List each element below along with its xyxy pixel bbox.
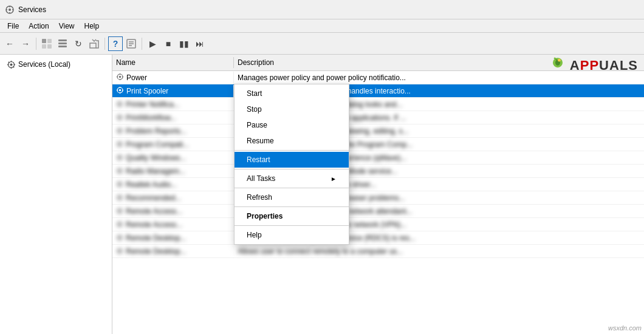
context-sep1: [235, 150, 349, 151]
service-name-text: Remote Access...: [126, 207, 182, 216]
context-refresh[interactable]: Refresh: [235, 189, 349, 205]
service-gear-icon: ⚙: [116, 113, 123, 122]
table-row[interactable]: ⚙ PrintWorkflow... Provides support to P…: [112, 111, 644, 124]
toolbar-play[interactable]: ▶: [145, 36, 160, 51]
context-menu: Start Stop Pause Resume Restart All Task…: [234, 84, 349, 245]
service-gear-icon: ⚙: [116, 220, 123, 229]
service-name: ⚙ Remote Desktop...: [112, 232, 234, 244]
table-row[interactable]: ⚙ Remote Desktop... Allows user to conne…: [112, 245, 644, 258]
service-gear-icon: ⚙: [116, 180, 123, 189]
watermark: wsxdn.com: [608, 324, 642, 332]
table-row[interactable]: ⚙ Realtek Audio... For cooperation with …: [112, 178, 644, 191]
table-row[interactable]: ⚙ Program Compati... This service provid…: [112, 138, 644, 151]
table-body: Power Manages power policy and power pol…: [112, 71, 644, 258]
main-content: Services (Local) APPUALS Name Descriptio…: [0, 55, 644, 334]
toolbar-forward[interactable]: →: [18, 36, 33, 51]
context-properties-label: Properties: [247, 212, 283, 220]
menu-view[interactable]: View: [54, 21, 80, 32]
toolbar-back[interactable]: ←: [2, 36, 17, 51]
col-header-name[interactable]: Name: [112, 57, 234, 68]
service-gear-icon: ⚙: [116, 126, 123, 135]
table-row[interactable]: ⚙ Remote Access... Manages dial-up and v…: [112, 218, 644, 231]
context-resume[interactable]: Resume: [235, 133, 349, 149]
service-name: Power: [112, 72, 234, 84]
service-name-text: Program Compati...: [126, 140, 189, 149]
service-name-text: Print Spooler: [126, 87, 168, 95]
service-gear-icon: ⚙: [116, 206, 123, 216]
svg-point-19: [10, 63, 12, 66]
service-name: ⚙ Quality Windows...: [112, 152, 234, 163]
svg-rect-10: [58, 39, 67, 41]
toolbar-properties[interactable]: [124, 36, 139, 51]
col-header-description: Description: [234, 57, 644, 68]
service-name: Print Spooler: [112, 85, 234, 97]
context-all-tasks[interactable]: All Tasks ►: [235, 171, 349, 186]
table-row[interactable]: ⚙ Remote Desktop... Remote Desktop Confi…: [112, 231, 644, 245]
service-name-text: Radio Managem...: [126, 167, 185, 176]
menu-help[interactable]: Help: [80, 21, 104, 32]
service-gear-icon: ⚙: [116, 140, 123, 149]
context-all-tasks-label: All Tasks: [247, 174, 275, 183]
context-stop[interactable]: Stop: [235, 101, 349, 117]
service-name-text: PrintWorkflow...: [126, 114, 176, 122]
service-gear-icon: ⚙: [116, 247, 123, 256]
svg-rect-7: [47, 39, 52, 43]
toolbar-sep2: [104, 38, 105, 50]
context-pause[interactable]: Pause: [235, 117, 349, 133]
context-sep2: [235, 169, 349, 169]
svg-rect-8: [42, 44, 46, 49]
right-panel: APPUALS Name Description: [112, 55, 644, 334]
service-gear-icon: ⚙: [116, 193, 123, 202]
svg-point-38: [119, 89, 122, 91]
service-name-text: Power: [126, 73, 147, 82]
context-sep4: [235, 206, 349, 207]
context-help-label: Help: [247, 231, 262, 239]
context-sep5: [235, 225, 349, 226]
context-start[interactable]: Start: [235, 86, 349, 101]
context-stop-label: Stop: [247, 105, 262, 114]
context-start-label: Start: [247, 89, 262, 98]
toolbar-pause[interactable]: ▮▮: [177, 36, 191, 51]
toolbar-show-hide[interactable]: [39, 36, 54, 51]
context-refresh-label: Refresh: [247, 193, 272, 202]
table-row[interactable]: ⚙ Quality Windows... Quality Windows Aud…: [112, 151, 644, 165]
context-restart-label: Restart: [247, 155, 270, 164]
svg-rect-11: [58, 43, 67, 44]
toolbar-stop[interactable]: ■: [161, 36, 176, 51]
services-table: Name Description: [112, 55, 644, 258]
table-row[interactable]: ⚙ Recommended... Enables automatic mitig…: [112, 191, 644, 205]
context-restart[interactable]: Restart: [235, 152, 349, 168]
svg-rect-9: [47, 44, 52, 49]
service-name-text: Printer Notifica...: [126, 100, 180, 109]
left-panel: Services (Local): [0, 55, 112, 334]
services-local-label: Services (Local): [18, 60, 70, 69]
menu-file[interactable]: File: [2, 21, 24, 32]
toolbar-refresh[interactable]: ↻: [71, 36, 86, 51]
svg-rect-13: [90, 43, 96, 48]
table-row[interactable]: ⚙ Printer Notifica... This service spool…: [112, 98, 644, 111]
service-name: ⚙ Remote Desktop...: [112, 245, 234, 257]
menu-action[interactable]: Action: [24, 21, 53, 32]
context-pause-label: Pause: [247, 121, 267, 129]
context-sep3: [235, 188, 349, 188]
service-name-text: Remote Desktop...: [126, 247, 186, 256]
table-row[interactable]: Power Manages power policy and power pol…: [112, 71, 644, 84]
table-row[interactable]: ⚙ Problem Reports... This service provid…: [112, 124, 644, 138]
table-row[interactable]: ⚙ Remote Access... Enables a connection …: [112, 205, 644, 218]
service-name-text: Remote Access...: [126, 220, 182, 229]
toolbar-help[interactable]: ?: [108, 36, 123, 51]
table-header: Name Description: [112, 55, 644, 71]
table-row[interactable]: Print Spooler This service spools print …: [112, 84, 644, 98]
toolbar-restart[interactable]: ⏭: [193, 36, 207, 51]
service-name: ⚙ Remote Access...: [112, 219, 234, 230]
toolbar-list[interactable]: [55, 36, 70, 51]
context-properties[interactable]: Properties: [235, 208, 349, 224]
context-help[interactable]: Help: [235, 227, 349, 243]
title-bar-icon: [5, 5, 15, 15]
service-desc-text: Allows user to connect remotely to a com…: [234, 246, 644, 257]
service-gear-icon: [116, 73, 124, 83]
table-row[interactable]: ⚙ Radio Managem... Audio Management and …: [112, 165, 644, 178]
services-local-item[interactable]: Services (Local): [2, 57, 109, 72]
toolbar-export[interactable]: [87, 36, 101, 51]
service-name: ⚙ Printer Notifica...: [112, 98, 234, 110]
